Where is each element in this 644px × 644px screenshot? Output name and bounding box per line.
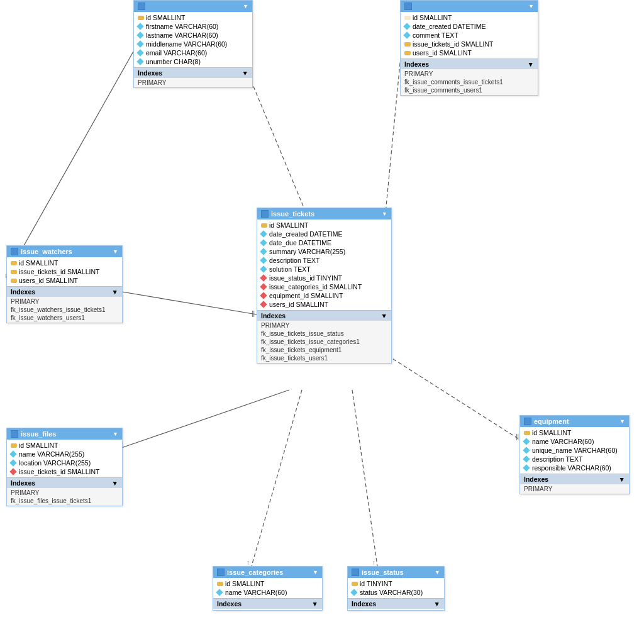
table-icon: [11, 248, 18, 255]
diamond-icon: [523, 447, 530, 453]
table-name-label: equipment: [534, 418, 569, 425]
table-row: description TEXT: [257, 256, 391, 265]
table-row: issue_categories_id SMALLINT: [257, 282, 391, 291]
indexes-body: PRIMARY fk_issue_files_issue_tickets1: [7, 488, 122, 506]
key-icon: [524, 431, 530, 435]
table-equipment[interactable]: equipment ▼ id SMALLINT name VARCHAR(60)…: [519, 415, 630, 494]
table-row: responsible VARCHAR(60): [520, 464, 629, 472]
chevron-icon: ▼: [113, 431, 118, 437]
table-issue-status[interactable]: issue_status ▼ id TINYINT status VARCHAR…: [347, 566, 445, 611]
table-row: firstname VARCHAR(60): [134, 22, 252, 31]
table-name-label: issue_watchers: [21, 248, 72, 255]
index-row: PRIMARY: [11, 297, 118, 306]
table-row: date_due DATETIME: [257, 238, 391, 247]
indexes-header: Indexes ▼: [7, 286, 122, 297]
table-issue-files-header: issue_files ▼: [7, 428, 122, 440]
table-row: unique_name VARCHAR(60): [520, 446, 629, 455]
indexes-body: PRIMARY: [134, 78, 252, 87]
diamond-icon: [350, 589, 357, 596]
index-row: PRIMARY: [404, 70, 534, 78]
table-row: equipment_id SMALLINT: [257, 291, 391, 300]
indexes-body: PRIMARY fk_issue_watchers_issue_tickets1…: [7, 297, 122, 323]
table-row: issue_tickets_id SMALLINT: [7, 467, 122, 476]
indexes-header: Indexes ▼: [134, 67, 252, 78]
table-issue-tickets-body: id SMALLINT date_created DATETIME date_d…: [257, 219, 391, 310]
table-row: id SMALLINT: [520, 428, 629, 437]
diamond-red-icon: [260, 301, 267, 308]
table-row: comment TEXT: [401, 31, 538, 40]
indexes-header: Indexes ▼: [348, 598, 444, 609]
svg-text:↑: ↑: [247, 559, 250, 566]
table-row: issue_status_id TINYINT: [257, 274, 391, 282]
chevron-icon: ▼: [313, 569, 318, 575]
svg-line-5: [6, 52, 133, 277]
diamond-icon: [136, 40, 143, 47]
indexes-header: Indexes ▼: [213, 598, 322, 609]
diamond-icon: [260, 248, 267, 255]
diamond-icon: [9, 450, 16, 457]
key-icon-faded: [404, 16, 411, 20]
table-row: summary VARCHAR(255): [257, 247, 391, 256]
table-issue-files[interactable]: issue_files ▼ id SMALLINT name VARCHAR(2…: [6, 428, 123, 506]
table-icon: [352, 569, 359, 576]
svg-text:||: ||: [252, 310, 255, 317]
table-row: date_created DATETIME: [257, 230, 391, 238]
index-row: PRIMARY: [11, 489, 118, 497]
diamond-red-icon: [260, 274, 267, 281]
indexes-header: Indexes ▼: [401, 58, 538, 69]
diamond-icon: [523, 464, 530, 471]
table-issue-watchers[interactable]: issue_watchers ▼ id SMALLINT issue_ticke…: [6, 245, 123, 323]
diamond-icon: [136, 31, 143, 38]
svg-text:||: ||: [516, 433, 519, 440]
key-icon: [11, 279, 17, 283]
table-row: solution TEXT: [257, 265, 391, 274]
key-icon: [11, 270, 17, 274]
table-equipment-body: id SMALLINT name VARCHAR(60) unique_name…: [520, 427, 629, 474]
index-row: fk_issue_tickets_issue_categories1: [261, 338, 387, 346]
chevron-icon: ▼: [243, 3, 248, 9]
table-icon: [404, 3, 412, 10]
table-row: id TINYINT: [348, 579, 444, 588]
table-row: users_id SMALLINT: [401, 48, 538, 57]
table-row: date_created DATETIME: [401, 22, 538, 31]
table-issue-comments-header: ▼: [401, 1, 538, 12]
table-users-header: ▼: [134, 1, 252, 12]
table-issue-comments[interactable]: ▼ id SMALLINT date_created DATETIME comm…: [400, 0, 538, 96]
index-row: fk_issue_watchers_issue_tickets1: [11, 306, 118, 314]
table-row: name VARCHAR(60): [520, 437, 629, 446]
diamond-icon: [136, 49, 143, 56]
table-row: description TEXT: [520, 455, 629, 464]
svg-line-11: [252, 390, 302, 566]
index-row: fk_issue_comments_issue_tickets1: [404, 78, 534, 86]
key-icon: [217, 582, 223, 586]
table-row: id SMALLINT: [7, 258, 122, 267]
chevron-icon: ▼: [619, 418, 625, 425]
table-issue-tickets[interactable]: issue_tickets ▼ id SMALLINT date_created…: [257, 208, 392, 364]
table-users[interactable]: ▼ id SMALLINT firstname VARCHAR(60) last…: [133, 0, 253, 88]
table-issue-categories-body: id SMALLINT name VARCHAR(60): [213, 578, 322, 598]
diamond-icon: [216, 589, 223, 596]
index-row: PRIMARY: [261, 321, 387, 330]
key-icon: [138, 16, 144, 20]
table-issue-tickets-header: issue_tickets ▼: [257, 208, 391, 219]
key-icon: [404, 42, 411, 47]
table-name-label: issue_categories: [227, 569, 283, 576]
chevron-icon: ▼: [382, 211, 387, 217]
table-issue-categories-header: issue_categories ▼: [213, 567, 322, 578]
diamond-icon: [260, 230, 267, 237]
table-icon: [11, 430, 18, 438]
diamond-icon: [260, 265, 267, 272]
diamond-red-icon: [9, 468, 16, 475]
diamond-icon: [136, 23, 143, 30]
chevron-icon: ▼: [113, 248, 118, 255]
svg-line-7: [107, 289, 257, 314]
table-issue-categories[interactable]: issue_categories ▼ id SMALLINT name VARC…: [213, 566, 323, 611]
table-row: users_id SMALLINT: [257, 300, 391, 309]
table-row: status VARCHAR(30): [348, 588, 444, 597]
chevron-icon: ▼: [528, 3, 534, 9]
diagram-container: ⋈ | ⋈ ⋈ || ⋈ ↑ ↑ || ▼: [0, 0, 644, 644]
indexes-body: PRIMARY fk_issue_comments_issue_tickets1…: [401, 69, 538, 95]
table-row: email VARCHAR(60): [134, 48, 252, 57]
key-icon: [261, 223, 267, 228]
table-row: issue_tickets_id SMALLINT: [401, 40, 538, 48]
